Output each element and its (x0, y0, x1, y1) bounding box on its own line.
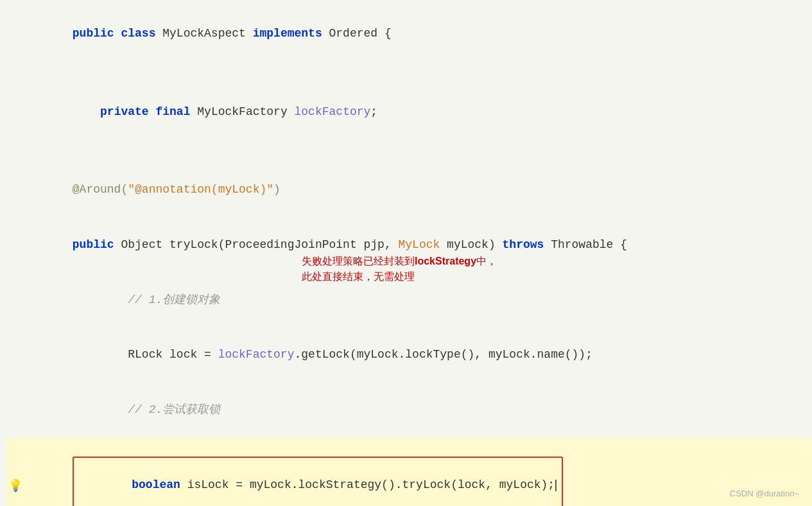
watermark: CSDN @duration~ (730, 489, 799, 498)
callout-bold-text: lockStrategy (415, 256, 476, 266)
code-line-9: // 2.尝试获取锁 (6, 383, 812, 438)
bulb-icon: 💡 (8, 478, 22, 493)
callout-text-1-end: 中， (476, 256, 497, 266)
code-line-1: public class MyLockAspect implements Ord… (6, 6, 812, 62)
line-content-3: private final MyLockFactory lockFactory; (26, 85, 812, 139)
annotation-around: @Around( (73, 183, 128, 196)
line-content-9: // 2.尝试获取锁 (26, 383, 812, 437)
code-line-2 (6, 62, 812, 85)
code-line-8: RLock lock = lockFactory.getLock(myLock.… (6, 327, 812, 383)
callout-annotation: 失败处理策略已经封装到lockStrategy中， 此处直接结束，无需处理 (302, 254, 497, 284)
code-line-3: private final MyLockFactory lockFactory; (6, 85, 812, 140)
callout-text-1: 失败处理策略已经封装到 (302, 256, 415, 266)
cursor (555, 480, 557, 491)
line-content-4 (26, 142, 812, 160)
line-content-1: public class MyLockAspect implements Ord… (26, 7, 812, 61)
keyword-class: class (121, 27, 155, 40)
code-viewer: public class MyLockAspect implements Ord… (0, 0, 812, 506)
keyword-implements: implements (253, 27, 322, 40)
keyword-throws: throws (503, 238, 544, 251)
highlight-box-islock: boolean isLock = myLock.lockStrategy().t… (73, 457, 563, 506)
keyword-public: public (73, 27, 114, 40)
callout-text-2: 此处直接结束，无需处理 (302, 271, 415, 282)
line-content-5: @Around("@annotation(myLock)") (26, 163, 812, 217)
code-line-4 (6, 139, 812, 162)
annotation-string: "@annotation(myLock)" (128, 183, 273, 196)
line-content-10: boolean isLock = myLock.lockStrategy().t… (26, 439, 812, 506)
type-mylock: MyLock (399, 238, 440, 251)
keyword-final: final (155, 105, 190, 118)
keyword-public2: public (73, 238, 114, 251)
keyword-private: private (100, 105, 149, 118)
line-content-8: RLock lock = lockFactory.getLock(myLock.… (26, 328, 812, 382)
line-gutter-10: 💡 (6, 478, 26, 493)
code-line-10: 💡 boolean isLock = myLock.lockStrategy()… (6, 438, 812, 506)
comment-1: // 1.创建锁对象 (73, 293, 220, 306)
comment-2: // 2.尝试获取锁 (73, 403, 220, 416)
keyword-boolean: boolean (132, 478, 180, 491)
line-content-2 (26, 64, 812, 82)
code-line-5: @Around("@annotation(myLock)") (6, 162, 812, 218)
